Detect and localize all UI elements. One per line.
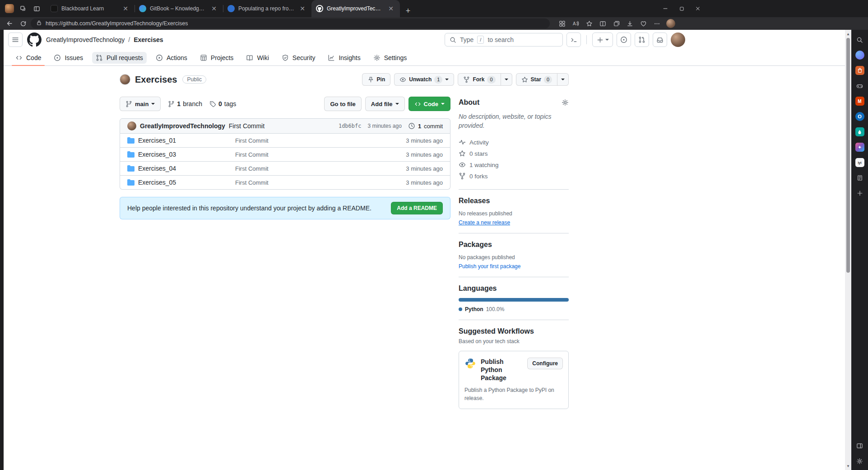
collections-icon[interactable] [610, 19, 622, 28]
add-sidebar-app-icon[interactable] [855, 189, 864, 198]
split-screen-icon[interactable] [597, 19, 608, 28]
downloads-icon[interactable] [624, 19, 636, 28]
file-commit-link[interactable]: First Commit [235, 151, 385, 158]
file-commit-link[interactable]: First Commit [235, 137, 385, 144]
configure-button[interactable]: Configure [527, 358, 563, 369]
global-search-input[interactable]: Type / to search [445, 33, 563, 47]
tab-code[interactable]: Code [11, 50, 46, 65]
watching-link[interactable]: 1 watching [459, 159, 569, 171]
scrollbar-thumb[interactable] [846, 38, 850, 273]
repo-owner-avatar[interactable] [120, 74, 130, 85]
sidebar-panel-icon[interactable] [855, 441, 864, 450]
repo-name[interactable]: Exercises [135, 74, 177, 85]
command-palette-button[interactable] [566, 33, 581, 47]
star-button[interactable]: Star 0 [516, 73, 557, 86]
browser-essentials-icon[interactable] [637, 19, 649, 28]
file-name-link[interactable]: Exercises_04 [138, 165, 232, 172]
issues-button[interactable] [617, 33, 631, 47]
file-name-link[interactable]: Exercises_05 [138, 179, 232, 186]
file-commit-link[interactable]: First Commit [235, 179, 385, 186]
tab-close-icon[interactable]: ✕ [121, 5, 130, 13]
tab-security[interactable]: Security [277, 50, 320, 65]
close-button[interactable] [690, 0, 706, 17]
maximize-button[interactable] [673, 0, 690, 17]
sidebar-settings-gear-icon[interactable] [855, 456, 864, 465]
inbox-button[interactable] [653, 33, 667, 47]
back-button[interactable] [4, 19, 15, 28]
create-release-link[interactable]: Create a new release [459, 219, 510, 226]
activity-link[interactable]: Activity [459, 137, 569, 148]
tab-issues[interactable]: Issues [49, 50, 87, 65]
page-scrollbar[interactable]: ▲ ▼ [845, 30, 851, 470]
microsoft-365-icon[interactable]: M [855, 97, 864, 106]
create-new-button[interactable] [592, 33, 613, 47]
star-dropdown[interactable] [557, 73, 569, 86]
breadcrumb-repo-link[interactable]: Exercises [134, 36, 163, 43]
drop-icon[interactable] [855, 127, 864, 136]
tab-projects[interactable]: Projects [195, 50, 238, 65]
pull-requests-button[interactable] [635, 33, 649, 47]
publish-package-link[interactable]: Publish your first package [459, 263, 520, 270]
scrollbar-up-arrow[interactable]: ▲ [845, 31, 851, 37]
fork-dropdown[interactable] [501, 73, 512, 86]
read-aloud-icon[interactable]: A [570, 19, 581, 28]
tab-wiki[interactable]: Wiki [241, 50, 273, 65]
lyt-site-icon[interactable]: lyt [855, 158, 864, 167]
branch-selector[interactable]: main [120, 97, 161, 111]
image-creator-icon[interactable]: ✦ [855, 143, 864, 152]
language-bar[interactable] [459, 298, 569, 302]
stars-link[interactable]: 0 stars [459, 148, 569, 159]
hamburger-menu-button[interactable] [8, 33, 23, 47]
refresh-button[interactable] [17, 19, 29, 28]
commit-history-link[interactable]: 1 commit [408, 122, 443, 130]
tab-pull-requests[interactable]: Pull requests [91, 50, 148, 65]
profile-avatar[interactable] [671, 33, 685, 47]
file-name-link[interactable]: Exercises_03 [138, 151, 232, 158]
outlook-icon[interactable]: O [855, 112, 864, 121]
tab-actions[interactable]: Actions [151, 50, 192, 65]
lock-icon[interactable] [36, 19, 42, 28]
minimize-button[interactable] [657, 0, 673, 17]
breadcrumb-owner-link[interactable]: GreatlyImprovedTechnology [46, 36, 125, 43]
branches-link[interactable]: 1 branch [168, 100, 202, 107]
commit-message-link[interactable]: First Commit [229, 122, 265, 130]
new-tab-button[interactable]: + [402, 5, 414, 17]
add-file-button[interactable]: Add file [365, 97, 405, 111]
copilot-icon[interactable] [855, 51, 864, 60]
tab-close-icon[interactable]: ✕ [298, 5, 307, 13]
file-commit-link[interactable]: First Commit [235, 165, 385, 172]
browser-profile-icon[interactable] [4, 3, 15, 14]
tab-close-icon[interactable]: ✕ [386, 5, 395, 13]
browser-profile-avatar[interactable] [666, 19, 675, 28]
forks-link[interactable]: 0 forks [459, 171, 569, 182]
pin-button[interactable]: Pin [362, 73, 391, 86]
browser-tab-github-active[interactable]: GreatlyImprovedTechnology/Exe… ✕ [311, 0, 400, 17]
games-icon[interactable] [855, 81, 864, 90]
onenote-icon[interactable] [855, 173, 864, 182]
github-logo[interactable] [27, 33, 42, 47]
apps-icon[interactable] [556, 19, 568, 28]
file-name-link[interactable]: Exercises_01 [138, 137, 232, 144]
search-icon[interactable] [855, 35, 864, 44]
go-to-file-button[interactable]: Go to file [324, 97, 361, 111]
tags-link[interactable]: 0 tags [209, 100, 236, 107]
browser-tab-docs[interactable]: Populating a repo from local file… ✕ [223, 0, 311, 17]
add-favorite-icon[interactable] [583, 19, 595, 28]
address-bar[interactable]: https://github.com/GreatlyImprovedTechno… [31, 19, 550, 28]
shopping-icon[interactable] [855, 66, 864, 75]
add-readme-button[interactable]: Add a README [391, 202, 443, 214]
commit-author-avatar[interactable] [127, 121, 136, 130]
browser-tab-gitbook[interactable]: GitBook – Knowledge managem… ✕ [135, 0, 223, 17]
tab-insights[interactable]: Insights [323, 50, 365, 65]
tab-actions-icon[interactable] [17, 3, 29, 14]
language-legend-item[interactable]: Python 100.0% [459, 306, 569, 312]
about-settings-gear-icon[interactable] [562, 99, 569, 106]
commit-sha-link[interactable]: 1db6bfc [339, 123, 362, 129]
code-button[interactable]: Code [408, 97, 451, 111]
fork-button[interactable]: Fork 0 [458, 73, 501, 86]
tab-close-icon[interactable]: ✕ [209, 5, 218, 13]
settings-more-icon[interactable] [651, 19, 663, 28]
browser-tab-blackboard[interactable]: Blackboard Learn ✕ [46, 0, 135, 17]
scrollbar-down-arrow[interactable]: ▼ [845, 463, 851, 469]
commit-author-link[interactable]: GreatlyImprovedTechnology [140, 122, 225, 130]
